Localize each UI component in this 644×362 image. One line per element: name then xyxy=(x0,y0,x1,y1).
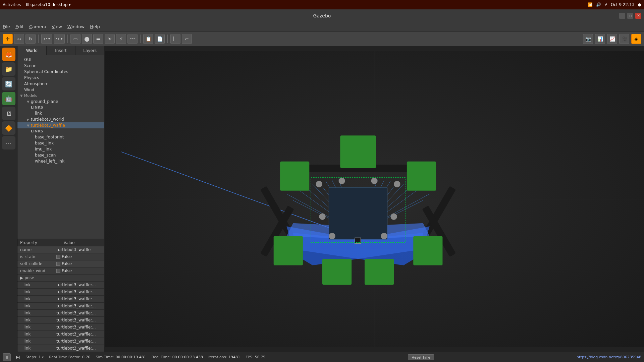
url-display[interactable]: https://blog.csdn.net/zy806235948 xyxy=(577,355,641,359)
sidebar-tabs: World Insert Layers xyxy=(17,46,104,55)
tree-item-ground-plane[interactable]: ▼ ground_plane xyxy=(17,99,104,105)
tab-insert[interactable]: Insert xyxy=(47,46,76,55)
undo-dropdown[interactable]: ↩ ▾ xyxy=(41,34,52,44)
tab-world[interactable]: World xyxy=(17,46,47,55)
rtf-display: Real Time Factor: 0.76 xyxy=(49,355,90,359)
steps-value[interactable]: 1 ▾ xyxy=(39,355,44,359)
volume-icon[interactable]: 🔊 xyxy=(596,2,601,7)
tree-item-wind[interactable]: Wind xyxy=(17,87,104,93)
tree-item-base-footprint[interactable]: base_footprint xyxy=(17,134,104,140)
prop-link-row-7[interactable]: link turtlebot3_waffle:... xyxy=(17,331,104,338)
cylinder-tool-button[interactable]: ▬ xyxy=(93,34,103,44)
prop-row-is-static[interactable]: is_static False xyxy=(17,253,104,260)
minimize-button[interactable]: ─ xyxy=(619,13,625,19)
menu-view[interactable]: View xyxy=(52,24,62,29)
step-forward-button[interactable]: ▶| xyxy=(16,355,20,359)
dock-item-gazebo[interactable]: 🤖 xyxy=(2,92,15,105)
translate-tool-button[interactable]: ↔ xyxy=(14,34,24,44)
box-tool-button[interactable]: ▭ xyxy=(70,34,80,44)
network-icon[interactable]: 📶 xyxy=(588,2,593,7)
prop-link-row-2[interactable]: link turtlebot3_waffle:... xyxy=(17,296,104,303)
activities-button[interactable]: Activities xyxy=(3,2,21,7)
align-button[interactable]: ⎸ xyxy=(170,34,180,44)
maximize-button[interactable]: □ xyxy=(627,13,633,19)
record-button[interactable]: 🎥 xyxy=(619,34,629,44)
property-col-header: Property xyxy=(17,239,61,246)
plot-button[interactable]: 📈 xyxy=(607,34,617,44)
tree-item-gui[interactable]: GUI xyxy=(17,57,104,63)
light-tool-button[interactable]: ☀ xyxy=(105,34,115,44)
menu-file[interactable]: File xyxy=(3,24,10,29)
copy-button[interactable]: 📋 xyxy=(143,34,153,44)
tree-item-turtlebot-waffle[interactable]: ▼ turtlebot3_waffle xyxy=(17,122,104,128)
tree-item-physics[interactable]: Physics xyxy=(17,75,104,81)
paste-button[interactable]: 📄 xyxy=(155,34,165,44)
prop-link-row-9[interactable]: link turtlebot3_waffle:... xyxy=(17,345,104,352)
prop-link-row-1[interactable]: link turtlebot3_waffle:... xyxy=(17,289,104,296)
tree-item-atmosphere[interactable]: Atmosphere xyxy=(17,81,104,87)
3d-viewport[interactable] xyxy=(105,46,644,352)
select-tool-button[interactable]: ✛ xyxy=(3,34,13,44)
prop-link-row-5[interactable]: link turtlebot3_waffle:... xyxy=(17,317,104,324)
iterations-value: 19481 xyxy=(228,355,240,359)
prop-row-name[interactable]: name turtlebot3_waffle xyxy=(17,246,104,253)
dock-item-update[interactable]: 🔄 xyxy=(2,77,15,90)
prop-link-row-6[interactable]: link turtlebot3_waffle:... xyxy=(17,324,104,331)
svg-point-45 xyxy=(394,181,400,187)
pause-button[interactable]: ⏸ xyxy=(3,353,11,361)
menu-window[interactable]: Window xyxy=(67,24,85,29)
sidebar: World Insert Layers GUI Scene Spherical … xyxy=(17,46,105,352)
tree-item-base-scan[interactable]: base_scan xyxy=(17,152,104,158)
tree-item-link[interactable]: link xyxy=(17,110,104,116)
prop-link-row-8[interactable]: link turtlebot3_waffle:... xyxy=(17,338,104,345)
simtime-label: Sim Time: xyxy=(96,355,114,359)
rotate-tool-button[interactable]: ↻ xyxy=(25,34,36,44)
chain-tool-button[interactable]: 〰 xyxy=(127,34,138,44)
redo-dropdown[interactable]: ↪ ▾ xyxy=(54,34,65,44)
menu-help[interactable]: Help xyxy=(90,24,100,29)
svg-rect-34 xyxy=(355,238,361,243)
expand-arrow-icon: ▶ xyxy=(20,276,23,280)
prop-expand-pose[interactable]: ▶ pose xyxy=(17,275,104,282)
prop-link-row-0[interactable]: link turtlebot3_waffle:... xyxy=(17,282,104,289)
svg-point-49 xyxy=(381,233,387,239)
tree-item-imu-link[interactable]: imu_link xyxy=(17,146,104,152)
joint-tool-button[interactable]: ⚡ xyxy=(116,34,126,44)
snap-button[interactable]: ⌐ xyxy=(182,34,192,44)
tree-item-scene[interactable]: Scene xyxy=(17,63,104,69)
dock-item-apps[interactable]: ⋯ xyxy=(2,136,15,149)
svg-point-43 xyxy=(338,178,345,184)
tab-layers[interactable]: Layers xyxy=(75,46,104,55)
power-icon[interactable]: ⚡ xyxy=(604,2,607,7)
prop-row-enable-wind[interactable]: enable_wind False xyxy=(17,267,104,275)
log-button[interactable]: 📊 xyxy=(595,34,605,44)
app-indicator[interactable]: 🖥 gazebo10.desktop ▾ xyxy=(25,2,71,7)
rtf-label: Real Time Factor: xyxy=(49,355,81,359)
dock-item-firefox[interactable]: 🦊 xyxy=(2,48,15,61)
is-static-checkbox[interactable] xyxy=(56,255,60,259)
self-collide-checkbox[interactable] xyxy=(56,262,60,266)
dock-item-files[interactable]: 📁 xyxy=(2,62,15,76)
menubar: File Edit Camera View Window Help xyxy=(0,22,644,32)
prop-link-row-3[interactable]: link turtlebot3_waffle:... xyxy=(17,303,104,310)
tree-item-base-link[interactable]: base_link xyxy=(17,140,104,146)
prop-link-row-4[interactable]: link turtlebot3_waffle:... xyxy=(17,310,104,317)
menu-edit[interactable]: Edit xyxy=(15,24,24,29)
tree-item-spherical-coords[interactable]: Spherical Coordinates xyxy=(17,69,104,75)
reset-time-button[interactable]: Reset Time xyxy=(408,354,434,360)
screenshot-button[interactable]: 📷 xyxy=(583,34,593,44)
close-button[interactable]: ✕ xyxy=(635,13,641,19)
menu-camera[interactable]: Camera xyxy=(29,24,46,29)
svg-rect-37 xyxy=(407,162,436,191)
tree-item-turtlebot-world[interactable]: ▶ turtlebot3_world xyxy=(17,116,104,122)
enable-wind-checkbox[interactable] xyxy=(56,269,60,273)
dock-item-terminal[interactable]: 🖥 xyxy=(2,107,15,120)
tree-item-models[interactable]: ▼ Models xyxy=(17,93,104,99)
tree-item-links-label2: LINKS xyxy=(17,128,104,134)
orange-indicator-button[interactable]: ◈ xyxy=(631,34,641,44)
tree-item-wheel-left-link[interactable]: wheel_left_link xyxy=(17,158,104,164)
sphere-tool-button[interactable]: ⬤ xyxy=(82,34,92,44)
prop-row-self-collide[interactable]: self_collide False xyxy=(17,260,104,267)
datetime-display[interactable]: Oct 9 22:13 xyxy=(611,2,635,7)
dock-item-layers[interactable]: 🔶 xyxy=(2,121,15,135)
